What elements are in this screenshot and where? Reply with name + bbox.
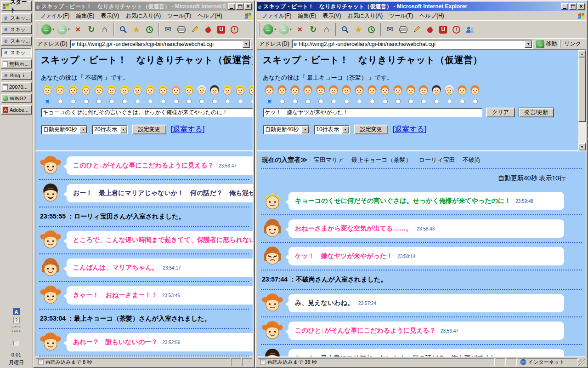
face-radio[interactable] bbox=[174, 99, 179, 104]
history-button[interactable] bbox=[365, 22, 378, 37]
scrollbar[interactable]: ▲ ▼ bbox=[578, 50, 586, 150]
face-radio[interactable] bbox=[251, 99, 253, 104]
face-radio[interactable] bbox=[84, 99, 89, 104]
face-radio[interactable] bbox=[161, 99, 166, 104]
face-radio[interactable] bbox=[58, 99, 63, 104]
close-button[interactable]: × bbox=[244, 3, 252, 10]
settings-button[interactable]: 設定変更 bbox=[132, 125, 166, 134]
menu-favorites[interactable]: お気に入り(A) bbox=[344, 11, 386, 21]
refresh-button[interactable]: ↻ bbox=[85, 22, 98, 37]
toolbar-grip[interactable] bbox=[37, 23, 38, 36]
taskbar-button[interactable]: 20070... bbox=[1, 82, 32, 92]
address-field[interactable]: e http://wing2.jp/~undercellars/cgi-bin/… bbox=[292, 40, 533, 49]
face-radio[interactable] bbox=[370, 99, 375, 104]
face-radio[interactable] bbox=[238, 99, 243, 104]
face-radio[interactable] bbox=[199, 99, 204, 104]
leave-link[interactable]: [退室する] bbox=[393, 125, 427, 134]
links-label[interactable]: リンク bbox=[560, 40, 584, 48]
face-radio[interactable] bbox=[122, 99, 127, 104]
chevron-down-icon[interactable]: ▼ bbox=[301, 126, 309, 133]
menu-tools[interactable]: ツール(T) bbox=[164, 11, 194, 21]
face-radio[interactable] bbox=[280, 99, 285, 104]
post-button[interactable]: 発言/更新 bbox=[519, 108, 554, 117]
face-radio[interactable] bbox=[148, 99, 153, 104]
face-radio[interactable] bbox=[267, 99, 272, 104]
clear-button[interactable]: クリア bbox=[486, 108, 515, 117]
face-radio[interactable] bbox=[408, 99, 413, 104]
menu-help[interactable]: ヘルプ(H) bbox=[416, 11, 447, 21]
face-radio[interactable] bbox=[212, 99, 217, 104]
face-radio[interactable] bbox=[109, 99, 114, 104]
menu-view[interactable]: 表示(V) bbox=[319, 11, 344, 21]
taskbar-button[interactable]: eスキッ... bbox=[1, 48, 32, 57]
message-input[interactable] bbox=[263, 108, 482, 117]
taskbar-button[interactable]: eスキッ... bbox=[1, 25, 32, 34]
face-radio[interactable] bbox=[71, 99, 76, 104]
apple-button[interactable] bbox=[202, 22, 215, 37]
menu-help[interactable]: ヘルプ(H) bbox=[194, 11, 226, 21]
minimize-button[interactable] bbox=[228, 3, 235, 10]
search-button[interactable] bbox=[339, 22, 351, 37]
taskbar-button[interactable]: eスキッ... bbox=[1, 13, 32, 23]
edit-button[interactable] bbox=[410, 22, 423, 37]
forward-button[interactable]: →▼ bbox=[278, 22, 293, 37]
stop-button[interactable]: × bbox=[294, 22, 306, 37]
taskbar-button[interactable]: eBlog_i... bbox=[1, 71, 32, 80]
home-button[interactable]: ⌂ bbox=[98, 22, 111, 37]
settings-button[interactable]: 設定変更 bbox=[354, 125, 388, 134]
toolbar-grip[interactable] bbox=[259, 23, 260, 36]
face-radio[interactable] bbox=[293, 99, 298, 104]
taskbar-button[interactable]: 無料ホ... bbox=[1, 59, 32, 69]
forward-button[interactable]: →▼ bbox=[56, 22, 71, 37]
face-radio[interactable] bbox=[225, 99, 230, 104]
maximize-button[interactable] bbox=[569, 3, 577, 10]
face-radio[interactable] bbox=[357, 99, 362, 104]
scrollbar-thumb[interactable] bbox=[578, 58, 586, 122]
messenger-button[interactable] bbox=[464, 22, 476, 37]
resize-grip[interactable] bbox=[578, 359, 585, 366]
scroll-up-icon[interactable]: ▲ bbox=[578, 50, 586, 58]
home-button[interactable]: ⌂ bbox=[320, 22, 333, 37]
face-radio[interactable] bbox=[447, 99, 452, 104]
back-button[interactable]: ←▼ bbox=[40, 22, 56, 37]
face-radio[interactable] bbox=[305, 99, 311, 104]
alert-button[interactable]: ! bbox=[450, 22, 463, 37]
favorites-button[interactable]: ★ bbox=[352, 22, 365, 37]
print-button[interactable] bbox=[397, 22, 410, 37]
face-radio[interactable] bbox=[473, 99, 478, 104]
face-radio[interactable] bbox=[45, 99, 50, 104]
minimize-button[interactable] bbox=[561, 3, 568, 10]
lines-select[interactable]: 20行表示▼ bbox=[92, 125, 127, 134]
menu-edit[interactable]: 編集(E) bbox=[294, 11, 319, 21]
mail-button[interactable]: ✉ bbox=[162, 22, 175, 37]
face-radio[interactable] bbox=[135, 99, 140, 104]
face-radio[interactable] bbox=[383, 99, 388, 104]
face-radio[interactable] bbox=[187, 99, 192, 104]
chevron-down-icon[interactable]: ▼ bbox=[79, 126, 87, 133]
face-radio[interactable] bbox=[434, 99, 439, 104]
menu-edit[interactable]: 編集(E) bbox=[73, 11, 97, 21]
refresh-interval-select[interactable]: 自動更新40秒▼ bbox=[263, 125, 309, 134]
maximize-button[interactable] bbox=[236, 3, 243, 10]
apple-button[interactable] bbox=[424, 22, 436, 37]
lines-select[interactable]: 10行表示▼ bbox=[314, 125, 349, 134]
address-dropdown-button[interactable]: ▼ bbox=[525, 40, 532, 48]
taskbar-button[interactable]: WING2... bbox=[1, 94, 32, 103]
title-bar[interactable]: e スキップ・ビート！ なりきりチャット（仮運営） - Microsoft In… bbox=[257, 2, 586, 11]
mail-button[interactable]: ✉ bbox=[384, 22, 396, 37]
alert-button[interactable]: ! bbox=[228, 22, 241, 37]
face-radio[interactable] bbox=[396, 99, 401, 104]
taskbar-button[interactable]: AAdobe... bbox=[1, 105, 32, 115]
menu-favorites[interactable]: お気に入り(A) bbox=[122, 11, 164, 21]
leave-link[interactable]: [退室する] bbox=[171, 125, 205, 134]
print-button[interactable] bbox=[175, 22, 188, 37]
favorites-button[interactable]: ★ bbox=[130, 22, 143, 37]
face-radio[interactable] bbox=[344, 99, 349, 104]
history-button[interactable] bbox=[143, 22, 156, 37]
start-button[interactable]: スタート bbox=[1, 1, 32, 11]
face-radio[interactable] bbox=[460, 99, 465, 104]
ime-indicator-icon[interactable]: A bbox=[13, 308, 20, 315]
face-radio[interactable] bbox=[331, 99, 336, 104]
refresh-button[interactable]: ↻ bbox=[307, 22, 320, 37]
edit-button[interactable] bbox=[188, 22, 201, 37]
